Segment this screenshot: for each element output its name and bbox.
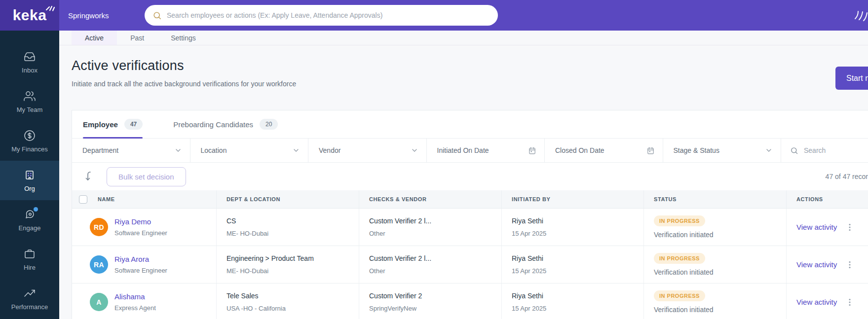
sidebar-item-engage[interactable]: Engage [0, 200, 59, 240]
initiated-by: Riya Sethi [512, 254, 643, 262]
vendor-name: SpringVerifyNew [369, 305, 501, 312]
tab-past[interactable]: Past [117, 31, 157, 45]
view-activity-link[interactable]: View activity [796, 298, 837, 306]
initiated-on: 15 Apr 2025 [512, 305, 643, 312]
view-activity-link[interactable]: View activity [796, 223, 837, 231]
global-search-input[interactable] [167, 11, 490, 19]
dept: CS [226, 217, 359, 225]
table-row: RA Riya Arora Software Engineer Engineer… [72, 246, 868, 284]
search-icon [152, 11, 162, 20]
column-initiated-by: INITIATED BY [502, 190, 644, 208]
dept: Engineering > Product Team [226, 254, 359, 262]
check-name: Custom Verifier 2 [369, 292, 501, 300]
filter-label: Department [82, 146, 118, 154]
select-all-checkbox[interactable] [79, 195, 87, 204]
table-search-input[interactable] [804, 146, 868, 154]
kebab-menu-icon[interactable] [846, 260, 854, 269]
filter-vendor[interactable]: Vendor [308, 139, 427, 162]
employee-role: Software Engineer [114, 229, 167, 237]
filter-location[interactable]: Location [190, 139, 309, 162]
engage-chat-icon [24, 209, 36, 220]
subtab-employee[interactable]: Employee 47 [83, 110, 143, 138]
dept: Tele Sales [226, 292, 359, 300]
kebab-menu-icon[interactable] [846, 298, 854, 307]
filter-stage-status[interactable]: Stage & Status [663, 139, 782, 162]
filter-label: Initiated On Date [437, 146, 489, 154]
table-header: NAME DEPT & LOCATION CHECKS & VENDOR INI… [72, 190, 868, 209]
employee-name-link[interactable]: Riya Demo [114, 217, 167, 226]
location: USA -HO - California [226, 305, 359, 312]
check-name: Custom Verifier 2 l... [369, 217, 501, 225]
initiated-by: Riya Sethi [512, 292, 643, 300]
tab-active[interactable]: Active [72, 31, 117, 45]
initiated-on: 15 Apr 2025 [512, 267, 643, 275]
view-activity-link[interactable]: View activity [796, 260, 837, 269]
sidebar-item-inbox[interactable]: Inbox [0, 42, 59, 82]
table-search[interactable] [781, 139, 868, 162]
status-badge: IN PROGRESS [654, 215, 705, 226]
sidebar-item-my-team[interactable]: My Team [0, 82, 59, 121]
chevron-down-icon [411, 146, 418, 154]
start-new-verification-button[interactable]: Start n [835, 67, 868, 90]
status-text: Verification initiated [654, 231, 714, 239]
sidebar-item-performance[interactable]: Performance [0, 279, 59, 319]
announcement-icon[interactable] [852, 7, 868, 26]
tab-strip: Active Past Settings [59, 31, 868, 45]
filter-label: Closed On Date [555, 146, 604, 154]
check-name: Custom Verifier 2 l... [369, 254, 501, 262]
page-title: Active verifications [72, 58, 868, 73]
calendar-icon [528, 146, 536, 155]
avatar: RA [90, 255, 108, 274]
subtab-label: Employee [83, 120, 118, 129]
sidebar-item-my-finances[interactable]: My Finances [0, 121, 59, 161]
vendor-name: Other [369, 230, 501, 237]
top-bar: keka Springworks [0, 0, 868, 31]
global-search[interactable] [145, 5, 498, 26]
subtab-label: Preboarding Candidates [173, 120, 253, 129]
tab-settings[interactable]: Settings [157, 31, 209, 45]
column-name: NAME [98, 196, 115, 202]
keka-spark-icon [45, 2, 56, 11]
filter-initiated-on-date[interactable]: Initiated On Date [427, 139, 545, 162]
subtab-preboarding[interactable]: Preboarding Candidates 20 [173, 110, 278, 138]
avatar: RD [90, 218, 108, 236]
column-checks-vendor: CHECKS & VENDOR [359, 190, 502, 208]
keka-logo-block[interactable]: keka [0, 0, 59, 31]
chevron-down-icon [765, 146, 773, 154]
sidebar-item-org[interactable]: Org [0, 161, 59, 200]
employee-name-link[interactable]: Alishama [114, 292, 156, 301]
sort-icon[interactable] [85, 171, 95, 182]
employee-name-link[interactable]: Riya Arora [114, 255, 167, 263]
table-row: A Alishama Express Agent Tele Sales USA … [72, 284, 868, 319]
location: ME- HO-Dubai [226, 230, 359, 237]
subtab-strip: Employee 47 Preboarding Candidates 20 [72, 110, 868, 139]
sidebar-item-hire[interactable]: Hire [0, 240, 59, 279]
trending-up-icon [24, 287, 36, 299]
employee-role: Software Engineer [114, 267, 167, 274]
sidebar-label: Org [24, 185, 35, 192]
records-count: 47 of 47 recor [826, 173, 868, 180]
dollar-circle-icon [24, 130, 36, 142]
bulk-action-bar: Bulk set decision 47 of 47 recor [72, 163, 868, 190]
org-building-icon [24, 169, 36, 181]
company-name[interactable]: Springworks [68, 11, 145, 20]
column-dept-location: DEPT & LOCATION [217, 190, 359, 208]
status-text: Verification initiated [654, 306, 714, 314]
kebab-menu-icon[interactable] [846, 223, 854, 232]
sidebar-label: Inbox [22, 67, 38, 74]
sidebar-label: Performance [11, 303, 48, 311]
status-badge: IN PROGRESS [654, 290, 705, 301]
bulk-set-decision-button[interactable]: Bulk set decision [107, 167, 186, 186]
status-text: Verification initiated [654, 268, 714, 276]
sidebar-label: Hire [24, 264, 36, 271]
filter-closed-on-date[interactable]: Closed On Date [545, 139, 663, 162]
initiated-on: 15 Apr 2025 [512, 230, 643, 237]
page-subtitle: Initiate and track all the active backgr… [72, 80, 868, 88]
sidebar-label: My Finances [11, 145, 48, 153]
inbox-icon [24, 51, 36, 63]
chevron-down-icon [174, 146, 182, 154]
column-status: STATUS [644, 190, 787, 208]
avatar: A [90, 293, 108, 311]
people-icon [24, 90, 36, 102]
filter-department[interactable]: Department [72, 139, 190, 162]
